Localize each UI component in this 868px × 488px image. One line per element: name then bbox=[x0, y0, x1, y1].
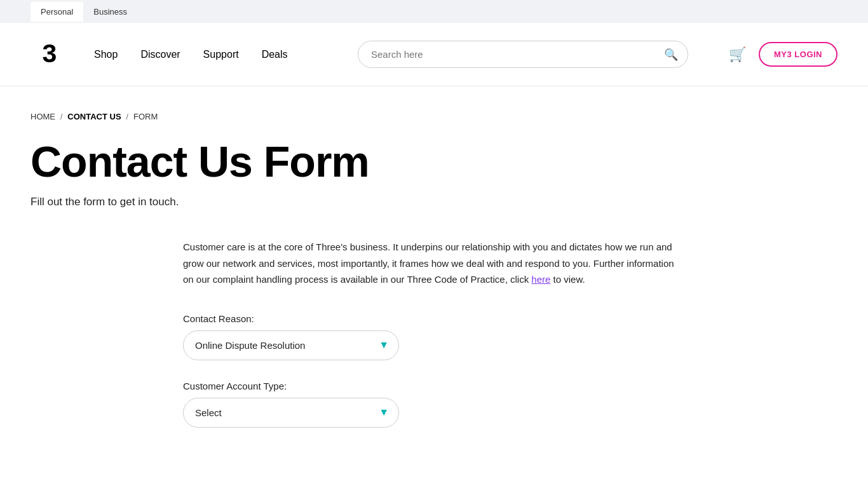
search-icon: 🔍 bbox=[664, 48, 678, 62]
breadcrumb-sep-1: / bbox=[60, 112, 62, 121]
account-type-label: Customer Account Type: bbox=[183, 381, 679, 391]
header: 3 Shop Discover Support Deals 🔍 🛒 MY3 LO… bbox=[0, 23, 868, 86]
page-title: Contact Us Form bbox=[31, 139, 837, 184]
breadcrumb-contact-us[interactable]: CONTACT US bbox=[67, 112, 121, 121]
logo[interactable]: 3 bbox=[31, 36, 69, 74]
nav-discover[interactable]: Discover bbox=[140, 49, 180, 60]
nav-deals[interactable]: Deals bbox=[262, 49, 288, 60]
contact-reason-select-wrapper: Online Dispute Resolution Billing Techni… bbox=[183, 330, 399, 360]
search-input[interactable] bbox=[358, 41, 688, 68]
account-type-select-wrapper: Select Pay Monthly Pay As You Go Busines… bbox=[183, 398, 399, 428]
search-bar: 🔍 bbox=[358, 41, 688, 68]
top-bar: Personal Business bbox=[0, 0, 868, 23]
tab-personal[interactable]: Personal bbox=[31, 2, 83, 22]
nav-support[interactable]: Support bbox=[203, 49, 239, 60]
breadcrumb-home[interactable]: HOME bbox=[31, 112, 55, 121]
contact-reason-select[interactable]: Online Dispute Resolution Billing Techni… bbox=[183, 330, 399, 360]
description-box: Customer care is at the core of Three's … bbox=[183, 239, 679, 288]
nav-shop[interactable]: Shop bbox=[94, 49, 118, 60]
account-type-select[interactable]: Select Pay Monthly Pay As You Go Busines… bbox=[183, 398, 399, 428]
code-of-practice-link[interactable]: here bbox=[531, 274, 550, 285]
page-subtitle: Fill out the form to get in touch. bbox=[31, 196, 837, 208]
contact-reason-label: Contact Reason: bbox=[183, 313, 679, 324]
breadcrumb-sep-2: / bbox=[126, 112, 128, 121]
description-text: Customer care is at the core of Three's … bbox=[183, 241, 674, 285]
svg-text:3: 3 bbox=[43, 38, 57, 67]
cart-icon[interactable]: 🛒 bbox=[729, 46, 746, 63]
main-nav: Shop Discover Support Deals bbox=[94, 49, 288, 60]
contact-form: Contact Reason: Online Dispute Resolutio… bbox=[183, 313, 679, 428]
my3-login-button[interactable]: MY3 LOGIN bbox=[759, 42, 837, 67]
account-type-group: Customer Account Type: Select Pay Monthl… bbox=[183, 381, 679, 428]
breadcrumb: HOME / CONTACT US / FORM bbox=[31, 112, 837, 121]
contact-reason-group: Contact Reason: Online Dispute Resolutio… bbox=[183, 313, 679, 360]
header-actions: 🛒 MY3 LOGIN bbox=[729, 42, 837, 67]
description-suffix: to view. bbox=[550, 274, 585, 285]
main-content: HOME / CONTACT US / FORM Contact Us Form… bbox=[0, 86, 868, 486]
breadcrumb-form: FORM bbox=[133, 112, 158, 121]
tab-business[interactable]: Business bbox=[83, 2, 137, 22]
